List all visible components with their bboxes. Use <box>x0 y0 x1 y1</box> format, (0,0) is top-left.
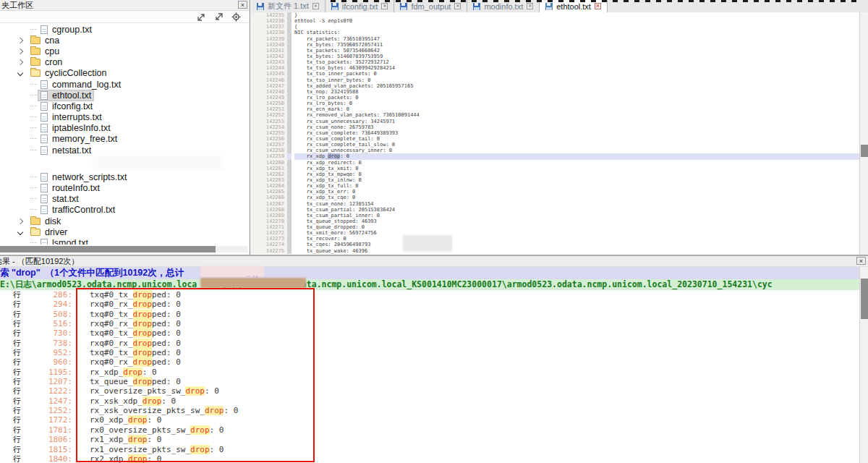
locate-file-icon[interactable] <box>231 12 241 22</box>
editor-line[interactable]: 142268 tx_csum_partial: 205153836424 <box>251 207 859 213</box>
line-text: rx_bytes: 735960572057411 <box>294 42 859 48</box>
tree-connector <box>30 127 37 129</box>
fold-margin <box>287 148 292 153</box>
results-vertical-scrollbar[interactable] <box>859 267 868 463</box>
result-row-prefix: 行 <box>13 435 25 444</box>
tree-item-trafficcontrol-txt[interactable]: trafficControl.txt <box>0 205 248 216</box>
tree-horizontal-scrollbar[interactable] <box>0 246 248 252</box>
editor-line[interactable]: 142254 rx_csum_none: 26759783 <box>251 124 859 130</box>
editor-line[interactable]: 142243 tx_tso_packets: 35272932712 <box>251 59 859 65</box>
chevron-right-icon[interactable] <box>17 218 23 224</box>
tree-item-network-scripts-txt[interactable]: network_scripts.txt <box>0 171 248 182</box>
tree-connector <box>30 95 37 96</box>
tree-item-cpu[interactable]: cpu <box>0 46 248 56</box>
scrollbar-thumb[interactable] <box>861 145 868 157</box>
close-icon[interactable]: × <box>454 3 461 9</box>
close-icon[interactable]: × <box>856 257 866 265</box>
chevron-down-icon[interactable] <box>17 229 23 235</box>
editor-line[interactable]: 142256 rx_csum_complete_tail: 0 <box>251 136 859 142</box>
scrollbar-thumb[interactable] <box>861 279 868 319</box>
tree-item-iptablesinfo-txt[interactable]: iptablesInfo.txt <box>0 123 248 134</box>
tree-item-stat-txt[interactable]: stat.txt <box>0 194 248 205</box>
close-icon[interactable]: × <box>595 3 601 9</box>
editor-line[interactable]: 142236ethtool -S enp1s0f0 <box>251 18 859 24</box>
editor-line[interactable]: 142245 tx_tso_inner_packets: 0 <box>251 71 859 77</box>
editor-line[interactable]: 142248 tx_nop: 232419588 <box>251 89 859 95</box>
editor-line[interactable]: 142275 tx_queue_wake: 46396 <box>251 248 859 254</box>
editor-line[interactable]: 142261 rx_xdp_tx_xmit: 0 <box>251 166 859 171</box>
editor-line[interactable]: 142271 tx_queue_dropped: 0 <box>251 224 859 230</box>
editor-line[interactable]: 142269 tx_csum_partial_inner: 0 <box>251 213 859 218</box>
editor-line[interactable]: 142257 rx_csum_complete_tail_slow: 0 <box>251 142 859 148</box>
close-icon[interactable]: × <box>381 3 388 9</box>
expand-all-icon[interactable] <box>197 12 206 22</box>
editor-line[interactable]: 142264 rx_xdp_tx_full: 0 <box>251 183 859 189</box>
editor-line[interactable]: 142251 rx_ecn_mark: 0 <box>251 106 859 112</box>
chevron-right-icon[interactable] <box>17 38 23 43</box>
editor-vertical-scrollbar[interactable] <box>859 12 868 255</box>
tree-item-netstat-txt[interactable]: netstat.txt <box>0 145 248 156</box>
result-row-prefix: 行 <box>13 310 25 319</box>
editor-line[interactable]: 142273 tx_recover: 0 <box>251 236 859 242</box>
editor-line[interactable]: 142263 rx_xdp_tx_inlnw: 0 <box>251 177 859 183</box>
editor-line[interactable]: 142239 rx_packets: 736510395147 <box>251 36 859 42</box>
tab--1-txt[interactable]: 新文件 1.txt× <box>251 0 326 12</box>
line-number: 142246 <box>251 77 287 83</box>
editor-line[interactable]: 142266 rx_xdp_tx_cqe: 0 <box>251 195 859 200</box>
editor-line[interactable]: 142265 rx_xdp_tx_err: 0 <box>251 189 859 195</box>
editor-line[interactable]: 142241 tx_packets: 507354668642 <box>251 48 859 54</box>
editor-line[interactable]: 142247 tx_added_vlan_packets: 2051659571… <box>251 83 859 89</box>
editor-line[interactable]: 142237{ <box>251 24 859 30</box>
tree-item-label: cyclicCollection <box>45 68 106 78</box>
chevron-down-icon[interactable] <box>17 70 23 76</box>
tree-item-driver[interactable]: driver <box>0 226 248 237</box>
close-icon[interactable]: × <box>527 3 533 9</box>
editor-line[interactable]: 142258 rx_csum_unnecessary_inner: 0 <box>251 148 859 153</box>
tree-connector <box>30 138 37 140</box>
editor-line[interactable]: 142253 rx_csum_unnecessary: 34245971 <box>251 119 859 124</box>
line-text: rx_csum_none: 26759783 <box>294 124 859 130</box>
editor-line[interactable]: 142238NIC statistics: <box>251 30 859 35</box>
editor-line[interactable]: 142259 rx_xdp_drop: 0 <box>251 153 859 159</box>
tree-item-cgroup-txt[interactable]: cgroup.txt <box>0 24 248 35</box>
editor-line[interactable]: 142272 tx_xmit_more: 569724756 <box>251 230 859 236</box>
collapse-all-icon[interactable] <box>214 12 224 22</box>
fold-margin <box>287 248 292 254</box>
tree-item-disk[interactable]: disk <box>0 216 248 226</box>
tree-item-interrupts-txt[interactable]: interrupts.txt <box>0 112 248 123</box>
chevron-right-icon[interactable] <box>17 59 23 65</box>
tree-item-routeinfo-txt[interactable]: routeInfo.txt <box>0 182 248 193</box>
editor-line[interactable]: 142270 tx_queue_stopped: 46393 <box>251 218 859 224</box>
tree-item-ifconfig-txt[interactable]: ifconfig.txt <box>0 101 248 111</box>
tree-item-ethtool-txt[interactable]: ethtool.txt <box>0 90 248 101</box>
tree-item-command-log-txt[interactable]: command_log.txt <box>0 79 248 90</box>
code-area[interactable]: 142235}142236ethtool -S enp1s0f0142237{1… <box>251 12 859 255</box>
tree-item-memory-free-txt[interactable]: memory_free.txt <box>0 134 248 145</box>
chevron-right-icon[interactable] <box>17 48 23 54</box>
editor-line[interactable]: 142240 rx_bytes: 735960572057411 <box>251 42 859 48</box>
editor-line[interactable]: 142249 rx_lro_packets: 0 <box>251 95 859 101</box>
editor-line[interactable]: 142246 tx_tso_inner_bytes: 0 <box>251 77 859 83</box>
tree-item-cycliccollection[interactable]: cyclicCollection <box>0 68 248 79</box>
scrollbar-thumb[interactable] <box>0 246 216 252</box>
editor-line[interactable]: 142252 rx_removed_vlan_packets: 73651009… <box>251 112 859 118</box>
editor-line[interactable]: 142242 tx_bytes: 514607839753959 <box>251 54 859 59</box>
editor-line[interactable]: 142267 tx_csum_none: 12385154 <box>251 201 859 207</box>
editor-line[interactable]: 142235} <box>251 12 859 18</box>
fold-margin <box>287 230 292 236</box>
tree-item-lsmod-txt[interactable]: lsmod.txt <box>0 237 248 245</box>
line-text: rx_csum_complete_tail_slow: 0 <box>294 142 859 148</box>
tree-item-cron[interactable]: cron <box>0 57 248 68</box>
editor-line[interactable]: 142260 rx_xdp_redirect: 0 <box>251 160 859 166</box>
editor-line[interactable]: 142262 rx_xdp_tx_mpwqe: 0 <box>251 171 859 177</box>
tree-item-cna[interactable]: cna <box>0 35 248 46</box>
line-text: tx_added_vlan_packets: 205165957165 <box>294 83 859 89</box>
editor-line[interactable]: 142250 rx_lro_bytes: 0 <box>251 101 859 106</box>
close-icon[interactable]: × <box>238 1 247 9</box>
editor-line[interactable]: 142255 rx_csum_complete: 736449389393 <box>251 130 859 136</box>
line-text: tx_csum_none: 12385154 <box>294 201 859 207</box>
line-number: 142236 <box>251 18 287 24</box>
editor-line[interactable]: 142244 tx_tso_bytes: 463099429284214 <box>251 65 859 71</box>
editor-line[interactable]: 142274 tx_cqes: 204596498793 <box>251 242 859 247</box>
close-icon[interactable]: × <box>312 3 319 9</box>
